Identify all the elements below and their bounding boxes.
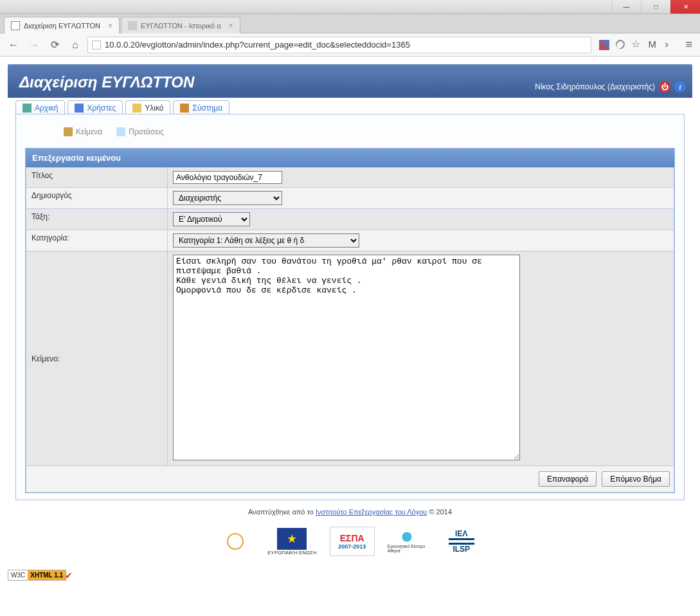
bookmark-star-icon[interactable]: ☆: [631, 40, 642, 50]
next-step-button[interactable]: Επόμενο Βήμα: [602, 471, 670, 487]
tab-users[interactable]: Χρήστες: [67, 100, 123, 114]
browser-tab-active[interactable]: Διαχείριση ΕΥΓΛΩΤΤΟΝ ×: [4, 17, 120, 33]
w3c-badge-area: W3C XHTML 1.1 ✔: [0, 570, 700, 586]
footer-link[interactable]: Ινστιτούτο Επεξεργασίας του Λόγου: [316, 508, 427, 516]
favicon-icon: [11, 21, 20, 30]
tab-material[interactable]: Υλικό: [125, 100, 170, 114]
label-class: Τάξη:: [26, 209, 168, 230]
logout-icon[interactable]: ⏻: [659, 81, 670, 93]
extension-area: ☆ M ›: [595, 40, 679, 50]
browser-menu-button[interactable]: ≡: [683, 38, 695, 51]
chevron-right-icon[interactable]: ›: [665, 40, 675, 50]
label-category: Κατηγορία:: [26, 230, 168, 251]
window-close[interactable]: ✕: [670, 0, 700, 14]
creator-select[interactable]: Διαχειριστής: [173, 191, 282, 205]
tab-label: Χρήστες: [87, 104, 116, 113]
logo-iel-ilsp: ΙΕΛ ILSP: [439, 527, 484, 556]
home-icon: [22, 104, 31, 113]
window-minimize[interactable]: —: [611, 0, 641, 14]
class-select[interactable]: Ε' Δημοτικού: [173, 212, 250, 226]
footer-post: © 2014: [429, 508, 452, 516]
subnav-sentences[interactable]: Προτάσεις: [116, 127, 164, 136]
url-text: 10.0.0.20/evglotton/admin/index.php?curr…: [105, 40, 587, 50]
footer: Αναπτύχθηκε από το Ινστιτούτο Επεξεργασί…: [8, 500, 692, 521]
subnav-label: Κείμενα: [76, 127, 102, 136]
sponsor-logos: ★ ΕΥΡΩΠΑΪΚΗ ΕΝΩΣΗ ΕΣΠΑ 2007-2013 Ερευνητ…: [8, 521, 692, 567]
category-select[interactable]: Κατηγορία 1: Λάθη σε λέξεις με θ ή δ: [173, 233, 359, 248]
extension-icon[interactable]: [599, 40, 609, 50]
page-icon: [92, 41, 101, 50]
book-icon: [64, 127, 73, 136]
page-header: Διαχείριση ΕΥΓΛΩΤΤΟΝ Νίκος Σιδηρόπουλος …: [8, 64, 692, 98]
close-tab-icon[interactable]: ×: [108, 21, 112, 30]
reset-button[interactable]: Επαναφορά: [539, 471, 597, 487]
gmail-icon[interactable]: M: [648, 40, 658, 50]
logo-digital-greece: [216, 527, 255, 556]
logo-espa-text: ΕΣΠΑ: [340, 533, 364, 543]
label-title: Τίτλος: [26, 168, 168, 188]
w3c-right: XHTML 1.1: [28, 570, 66, 580]
logo-athena: Ερευνητικό Κέντρο Αθηνά: [388, 527, 426, 556]
window-maximize[interactable]: □: [641, 0, 670, 14]
tab-home[interactable]: Αρχική: [15, 100, 65, 114]
form-table: Τίτλος Δημιουργός Διαχειριστής Τάξη:: [26, 167, 674, 466]
close-tab-icon[interactable]: ×: [229, 21, 233, 30]
logo-eu: ★ ΕΥΡΩΠΑΪΚΗ ΕΝΩΣΗ: [267, 525, 316, 558]
user-name: Νίκος Σιδηρόπουλος (Διαχειριστής): [535, 82, 655, 91]
tab-label: Αρχική: [35, 104, 58, 113]
favicon-icon: [128, 21, 137, 30]
folder-icon: [132, 104, 141, 113]
logo-eu-label: ΕΥΡΩΠΑΪΚΗ ΕΝΩΣΗ: [267, 550, 316, 556]
browser-tab[interactable]: ΕΥΓΛΩΤΤΟΝ - Ιστορικό α ×: [121, 17, 240, 33]
tab-label: Σύστημα: [192, 104, 222, 113]
main-panel: Κείμενα Προτάσεις Επεξεργασία κειμένου Τ…: [15, 114, 685, 500]
subnav-label: Προτάσεις: [129, 127, 164, 136]
info-icon[interactable]: i: [674, 81, 686, 93]
note-icon: [116, 127, 125, 136]
box-title: Επεξεργασία κειμένου: [26, 149, 674, 167]
logo-iel-top: ΙΕΛ: [455, 529, 467, 538]
browser-toolbar: ← → ⟳ ⌂ 10.0.0.20/evglotton/admin/index.…: [0, 33, 700, 57]
home-button[interactable]: ⌂: [67, 37, 84, 53]
tab-label: Υλικό: [145, 104, 163, 113]
user-box: Νίκος Σιδηρόπουλος (Διαχειριστής) ⏻ i: [535, 81, 686, 93]
label-text: Κείμενο:: [26, 251, 168, 466]
logo-espa-years: 2007-2013: [338, 543, 366, 550]
browser-tabstrip: Διαχείριση ΕΥΓΛΩΤΤΟΝ × ΕΥΓΛΩΤΤΟΝ - Ιστορ…: [0, 14, 700, 33]
forward-button[interactable]: →: [26, 37, 42, 53]
logo-espa: ΕΣΠΑ 2007-2013: [330, 527, 375, 556]
text-textarea[interactable]: [173, 255, 520, 460]
users-icon: [75, 104, 84, 113]
main-tabs: Αρχική Χρήστες Υλικό Σύστημα: [8, 98, 692, 114]
sub-nav: Κείμενα Προτάσεις: [25, 125, 675, 148]
title-input[interactable]: [173, 171, 282, 184]
button-row: Επαναφορά Επόμενο Βήμα: [26, 466, 674, 493]
tab-system[interactable]: Σύστημα: [173, 100, 229, 114]
browser-tab-label: ΕΥΓΛΩΤΤΟΝ - Ιστορικό α: [141, 22, 221, 30]
reload-button[interactable]: ⟳: [46, 37, 63, 53]
page-wrap: Διαχείριση ΕΥΓΛΩΤΤΟΝ Νίκος Σιδηρόπουλος …: [0, 57, 700, 570]
checkmark-icon: ✔: [65, 570, 73, 581]
label-creator: Δημιουργός: [26, 188, 168, 209]
footer-pre: Αναπτύχθηκε από το: [248, 508, 316, 516]
window-titlebar: — □ ✕: [0, 0, 700, 14]
edit-text-box: Επεξεργασία κειμένου Τίτλος Δημιουργός Δ…: [25, 148, 675, 493]
gear-icon: [180, 104, 189, 113]
subnav-texts[interactable]: Κείμενα: [64, 127, 102, 136]
w3c-left: W3C: [8, 570, 28, 580]
w3c-badge[interactable]: W3C XHTML 1.1 ✔: [8, 570, 73, 581]
browser-tab-label: Διαχείριση ΕΥΓΛΩΤΤΟΝ: [24, 22, 100, 30]
logo-iel-bot: ILSP: [453, 545, 470, 554]
address-bar[interactable]: 10.0.0.20/evglotton/admin/index.php?curr…: [87, 37, 591, 53]
extension-reload-icon[interactable]: [615, 38, 627, 50]
back-button[interactable]: ←: [5, 37, 22, 53]
logo-athena-label: Ερευνητικό Κέντρο Αθηνά: [388, 544, 426, 553]
